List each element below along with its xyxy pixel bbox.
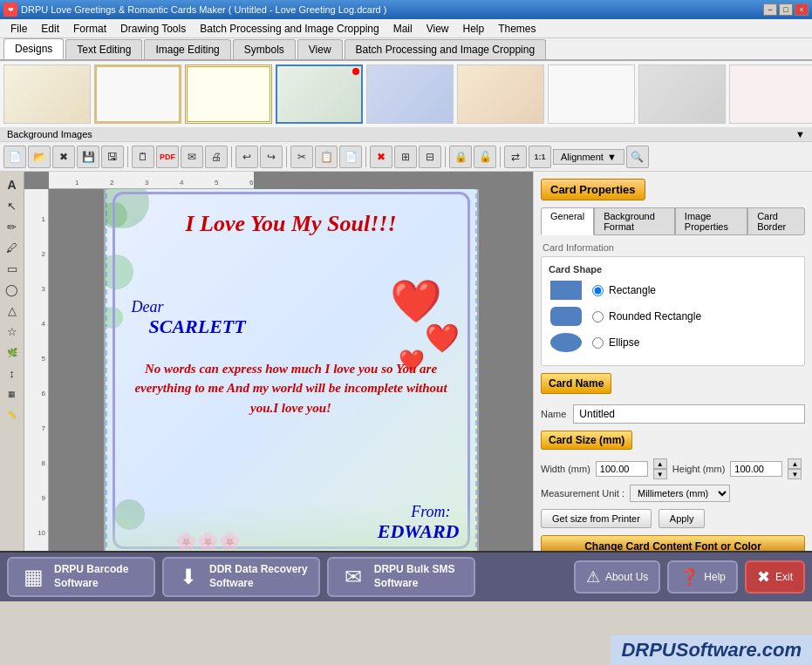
tool-resize[interactable]: ↕ — [3, 363, 22, 383]
alignment-dropdown[interactable]: Alignment ▼ — [553, 149, 624, 165]
bg-thumb-8[interactable] — [638, 64, 726, 124]
panel-tab-bg-format[interactable]: Background Format — [594, 207, 675, 235]
shape-row-rounded: Rounded Rectangle — [549, 306, 797, 327]
group-button[interactable]: ⊞ — [394, 146, 417, 168]
shape-ellipse-label: Ellipse — [609, 336, 639, 349]
menu-edit[interactable]: Edit — [34, 21, 66, 37]
tab-batch[interactable]: Batch Processing and Image Cropping — [345, 39, 546, 59]
apply-button[interactable]: Apply — [658, 509, 706, 528]
height-input[interactable] — [730, 461, 782, 477]
zoom-in-button[interactable]: 🔍 — [626, 146, 649, 168]
ddr-software-button[interactable]: ⬇ DDR Data RecoverySoftware — [162, 557, 320, 597]
width-down-button[interactable]: ▼ — [653, 469, 667, 479]
bg-thumb-4[interactable] — [276, 64, 363, 124]
tool-ellipse[interactable]: ◯ — [3, 280, 22, 299]
width-up-button[interactable]: ▲ — [653, 458, 667, 469]
delete-button[interactable]: ✖ — [370, 146, 392, 168]
get-size-button[interactable]: Get size from Printer — [541, 509, 652, 528]
unlock-button[interactable]: 🔓 — [474, 146, 496, 168]
ungroup-button[interactable]: ⊟ — [419, 146, 441, 168]
close-button[interactable]: × — [795, 3, 809, 16]
redo-button[interactable]: ↪ — [260, 146, 283, 168]
menu-themes[interactable]: Themes — [491, 21, 542, 37]
shape-radio-ellipse-label[interactable]: Ellipse — [592, 336, 639, 349]
width-input[interactable] — [596, 461, 648, 477]
shape-radio-rect-label[interactable]: Rectangle — [592, 284, 656, 296]
help-button[interactable]: ❓ Help — [667, 560, 738, 594]
height-up-button[interactable]: ▲ — [788, 458, 802, 469]
menu-format[interactable]: Format — [66, 21, 113, 37]
print-button[interactable]: 🖨 — [205, 146, 228, 168]
tool-pencil[interactable]: ✏ — [3, 217, 22, 236]
menu-drawing-tools[interactable]: Drawing Tools — [113, 21, 193, 37]
bg-images-scroll-icon[interactable]: ▼ — [795, 129, 805, 139]
panel-tab-general[interactable]: General — [541, 207, 594, 235]
maximize-button[interactable]: □ — [779, 3, 793, 16]
menu-help[interactable]: Help — [455, 21, 491, 37]
bg-thumb-6[interactable] — [457, 64, 544, 124]
shape-ellipse-icon — [550, 333, 582, 352]
ratio-button[interactable]: 1:1 — [529, 146, 551, 168]
tool-triangle[interactable]: △ — [3, 301, 22, 320]
bg-thumb-2[interactable] — [94, 64, 181, 124]
menu-file[interactable]: File — [3, 21, 34, 37]
tab-designs[interactable]: Designs — [3, 38, 64, 59]
shape-radio-rounded-label[interactable]: Rounded Rectangle — [592, 310, 701, 322]
tool-star[interactable]: ☆ — [3, 322, 22, 341]
shape-radio-ellipse[interactable] — [592, 337, 604, 349]
tab-text-editing[interactable]: Text Editing — [65, 39, 142, 59]
close-button2[interactable]: ✖ — [52, 146, 75, 168]
shape-rect-label: Rectangle — [609, 284, 656, 296]
tool-pen[interactable]: 🖊 — [3, 238, 22, 257]
shape-preview-rounded — [549, 306, 583, 327]
email-button[interactable]: ✉ — [181, 146, 203, 168]
tab-symbols[interactable]: Symbols — [233, 39, 296, 59]
undo-button[interactable]: ↩ — [235, 146, 258, 168]
new-button[interactable]: 📄 — [3, 146, 26, 168]
save-as-button[interactable]: 🖫 — [101, 146, 124, 168]
open-button[interactable]: 📂 — [28, 146, 51, 168]
barcode-software-button[interactable]: ▦ DRPU BarcodeSoftware — [7, 557, 155, 597]
bg-thumb-9[interactable] — [729, 64, 812, 124]
barcode-label: DRPU BarcodeSoftware — [54, 563, 128, 590]
sms-software-button[interactable]: ✉ DRPU Bulk SMSSoftware — [327, 557, 475, 597]
tool-clipart[interactable]: 🌿 — [3, 343, 22, 362]
height-down-button[interactable]: ▼ — [788, 469, 802, 479]
tool-barcode[interactable]: ▦ — [3, 384, 22, 404]
cut-button[interactable]: ✂ — [290, 146, 313, 168]
panel-tab-card-border[interactable]: Card Border — [747, 207, 805, 235]
tool-text[interactable]: A — [3, 175, 22, 194]
alignment-label: Alignment — [561, 152, 604, 162]
shape-radio-rect[interactable] — [592, 285, 604, 296]
paste-button[interactable]: 📄 — [339, 146, 362, 168]
minimize-button[interactable]: − — [763, 3, 777, 16]
shape-radio-rounded[interactable] — [592, 311, 604, 322]
save-button[interactable]: 💾 — [77, 146, 99, 168]
bg-thumb-1[interactable] — [3, 64, 91, 124]
change-font-color-button[interactable]: Change Card Content Font or Color — [541, 535, 805, 551]
exit-button[interactable]: ✖ Exit — [745, 560, 805, 594]
tool-select[interactable]: ↖ — [3, 196, 22, 215]
about-button[interactable]: ⚠ About Us — [574, 560, 660, 594]
flip-button[interactable]: ⇄ — [504, 146, 527, 168]
measurement-select[interactable]: Millimeters (mm) Centimeters (cm) Inches… — [630, 485, 730, 502]
panel-tab-image-props[interactable]: Image Properties — [675, 207, 747, 235]
card-canvas[interactable]: ❤️ ❤️ ❤️ 🌸🌸🌸 I Love You My Soul!!! Dear … — [104, 189, 479, 551]
menu-batch-processing[interactable]: Batch Processing and Image Cropping — [193, 21, 386, 37]
tool-rectangle[interactable]: ▭ — [3, 259, 22, 278]
card-name-input[interactable] — [573, 404, 805, 424]
tab-image-editing[interactable]: Image Editing — [144, 39, 230, 59]
tab-view[interactable]: View — [297, 39, 343, 59]
bg-thumb-5[interactable] — [366, 64, 454, 124]
bg-thumb-7[interactable] — [548, 64, 635, 124]
pdf-button[interactable]: PDF — [156, 146, 179, 168]
properties-button[interactable]: 🗒 — [132, 146, 154, 168]
menu-mail[interactable]: Mail — [386, 21, 420, 37]
ruler-vertical: 1 2 3 4 5 6 7 8 9 10 — [24, 189, 49, 551]
lock-button[interactable]: 🔒 — [449, 146, 472, 168]
menu-view[interactable]: View — [420, 21, 456, 37]
bg-thumb-3[interactable] — [185, 64, 272, 124]
tool-measure[interactable]: 📏 — [3, 405, 22, 424]
exit-icon: ✖ — [757, 567, 770, 587]
copy-button[interactable]: 📋 — [315, 146, 338, 168]
